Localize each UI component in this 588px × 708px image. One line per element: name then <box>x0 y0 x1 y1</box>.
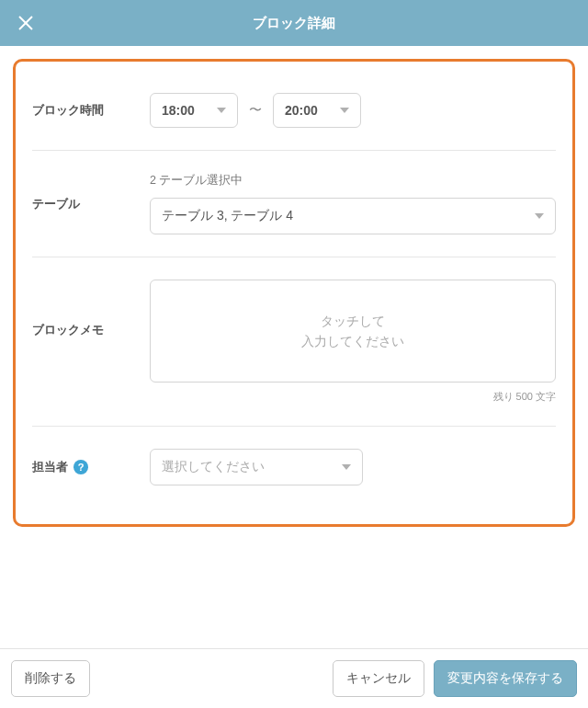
close-icon <box>17 14 35 32</box>
chevron-down-icon <box>535 213 544 219</box>
start-time-value: 18:00 <box>162 103 195 118</box>
table-selection-hint: 2 テーブル選択中 <box>150 173 556 188</box>
block-time-controls: 18:00 〜 20:00 <box>150 93 556 128</box>
staff-controls: 選択してください <box>150 449 556 485</box>
save-button[interactable]: 変更内容を保存する <box>434 660 577 697</box>
memo-label: ブロックメモ <box>32 280 150 338</box>
end-time-value: 20:00 <box>285 103 318 118</box>
chevron-down-icon <box>217 108 226 113</box>
table-dropdown[interactable]: テーブル 3, テーブル 4 <box>150 198 556 234</box>
staff-row: 担当者 ? 選択してください <box>32 427 556 508</box>
dialog-footer: 削除する キャンセル 変更内容を保存する <box>0 648 588 708</box>
memo-remaining: 残り 500 文字 <box>150 390 556 404</box>
staff-dropdown[interactable]: 選択してください <box>150 449 363 485</box>
staff-label-text: 担当者 <box>32 459 68 475</box>
memo-textarea[interactable]: タッチして 入力してください <box>150 280 556 383</box>
table-label: テーブル <box>32 196 150 212</box>
table-controls: 2 テーブル選択中 テーブル 3, テーブル 4 <box>150 173 556 234</box>
time-separator: 〜 <box>249 102 262 119</box>
start-time-dropdown[interactable]: 18:00 <box>150 93 238 128</box>
staff-label: 担当者 ? <box>32 459 150 475</box>
memo-placeholder-line: タッチして <box>321 311 385 331</box>
close-button[interactable] <box>9 6 42 40</box>
delete-button[interactable]: 削除する <box>11 660 90 697</box>
help-icon[interactable]: ? <box>74 460 88 474</box>
dialog-title: ブロック詳細 <box>0 15 588 32</box>
dialog-header: ブロック詳細 <box>0 0 588 46</box>
end-time-dropdown[interactable]: 20:00 <box>273 93 361 128</box>
table-row: テーブル 2 テーブル選択中 テーブル 3, テーブル 4 <box>32 151 556 257</box>
block-time-label: ブロック時間 <box>32 102 150 119</box>
memo-controls: タッチして 入力してください 残り 500 文字 <box>150 280 556 404</box>
block-time-row: ブロック時間 18:00 〜 20:00 <box>32 71 556 151</box>
chevron-down-icon <box>340 108 349 113</box>
staff-placeholder: 選択してください <box>162 459 265 475</box>
cancel-button[interactable]: キャンセル <box>333 660 424 697</box>
form-panel: ブロック時間 18:00 〜 20:00 テーブル 2 テーブル選択中 テーブル… <box>13 59 575 527</box>
memo-row: ブロックメモ タッチして 入力してください 残り 500 文字 <box>32 257 556 427</box>
table-value: テーブル 3, テーブル 4 <box>162 208 293 224</box>
chevron-down-icon <box>342 464 351 470</box>
memo-placeholder-line: 入力してください <box>301 331 404 351</box>
